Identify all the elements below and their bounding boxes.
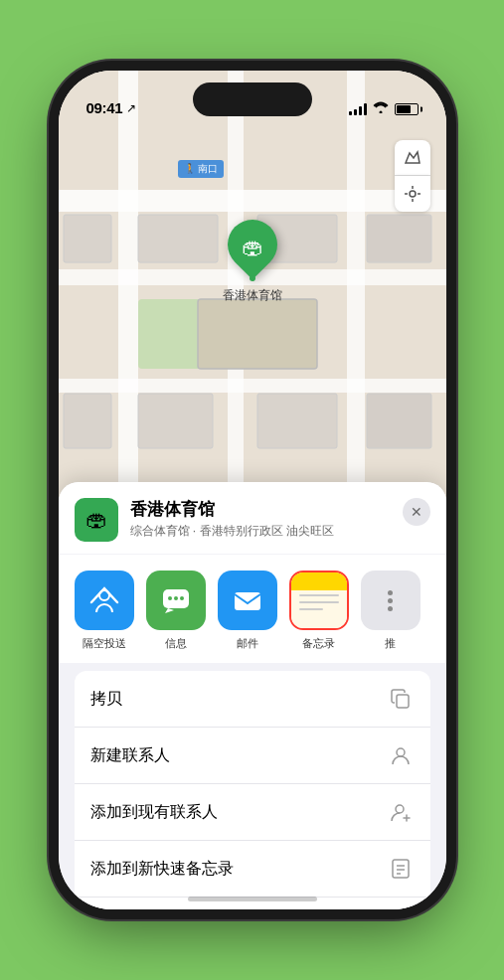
svg-rect-6	[347, 71, 365, 548]
mail-icon	[218, 571, 277, 630]
close-button[interactable]: ✕	[403, 498, 430, 526]
venue-logo: 🏟	[75, 498, 118, 542]
bottom-sheet: 🏟 香港体育馆 综合体育馆 · 香港特别行政区 油尖旺区 ✕	[59, 482, 446, 909]
add-existing-contact-icon	[387, 798, 415, 826]
more-label: 推	[385, 636, 396, 651]
action-list: 拷贝 新建联系人 添加到现有联系人	[75, 671, 430, 909]
phone-frame: 09:41 ↗	[59, 71, 446, 909]
map-controls	[395, 140, 430, 212]
copy-icon	[387, 685, 415, 713]
status-time: 09:41	[86, 99, 123, 116]
notes-label: 备忘录	[302, 636, 335, 651]
sheet-header: 🏟 香港体育馆 综合体育馆 · 香港特别行政区 油尖旺区 ✕	[59, 482, 446, 554]
airdrop-icon	[75, 571, 134, 630]
venue-subtitle: 综合体育馆 · 香港特别行政区 油尖旺区	[130, 523, 391, 540]
svg-rect-12	[138, 394, 213, 448]
svg-rect-29	[235, 592, 260, 610]
action-add-quick-note[interactable]: 添加到新快速备忘录	[75, 841, 430, 898]
share-item-mail[interactable]: 邮件	[218, 571, 277, 651]
wifi-icon	[373, 101, 389, 116]
share-item-more[interactable]: 推	[361, 571, 420, 651]
location-pin[interactable]: 🏟 香港体育馆	[223, 220, 282, 304]
action-add-existing-label: 添加到现有联系人	[90, 802, 218, 823]
svg-point-27	[174, 596, 178, 600]
svg-rect-11	[367, 215, 431, 262]
action-new-contact-label: 新建联系人	[90, 745, 170, 766]
svg-rect-17	[198, 299, 317, 369]
svg-point-19	[410, 191, 416, 197]
messages-label: 信息	[165, 636, 187, 651]
map-south-entrance-label: 🚶 南口	[178, 160, 225, 178]
dynamic-island	[193, 82, 312, 116]
svg-rect-13	[257, 394, 337, 448]
action-add-existing-contact[interactable]: 添加到现有联系人	[75, 784, 430, 841]
action-add-quick-note-label: 添加到新快速备忘录	[90, 859, 234, 880]
battery-icon	[395, 103, 419, 115]
share-actions-row: 隔空投送 信息	[59, 555, 446, 663]
location-button[interactable]	[395, 176, 430, 212]
svg-rect-4	[118, 71, 138, 548]
south-entrance-text: 🚶 南口	[184, 163, 219, 174]
svg-rect-16	[64, 394, 111, 448]
messages-icon	[146, 571, 206, 630]
svg-point-32	[396, 805, 404, 813]
action-new-contact[interactable]: 新建联系人	[75, 728, 430, 784]
notes-icon	[291, 572, 347, 628]
mail-label: 邮件	[237, 636, 258, 651]
home-indicator	[188, 897, 317, 901]
svg-rect-1	[59, 190, 446, 212]
svg-point-28	[180, 596, 184, 600]
venue-name: 香港体育馆	[130, 498, 391, 521]
svg-point-31	[397, 748, 405, 756]
svg-point-26	[168, 596, 172, 600]
signal-icon	[349, 103, 367, 115]
pin-label: 香港体育馆	[223, 287, 282, 304]
svg-marker-18	[406, 152, 420, 163]
svg-rect-30	[397, 695, 409, 708]
svg-rect-9	[138, 215, 218, 262]
map-type-button[interactable]	[395, 140, 430, 176]
map-area[interactable]: 🚶 南口 🏟 香港体育馆	[59, 71, 446, 548]
quick-note-icon	[387, 855, 415, 883]
svg-rect-14	[367, 394, 431, 448]
more-icon	[361, 571, 420, 630]
venue-info: 香港体育馆 综合体育馆 · 香港特别行政区 油尖旺区	[130, 498, 391, 540]
status-icons	[349, 101, 419, 116]
stadium-icon: 🏟	[242, 235, 263, 260]
new-contact-icon	[387, 741, 415, 769]
share-item-airdrop[interactable]: 隔空投送	[75, 571, 134, 651]
svg-rect-35	[393, 860, 409, 878]
share-item-messages[interactable]: 信息	[146, 571, 206, 651]
airdrop-label: 隔空投送	[83, 636, 126, 651]
svg-rect-15	[64, 215, 111, 262]
location-arrow-icon: ↗	[126, 101, 136, 115]
svg-rect-3	[59, 379, 446, 393]
share-item-notes[interactable]: 备忘录	[289, 571, 349, 651]
action-copy[interactable]: 拷贝	[75, 671, 430, 728]
action-copy-label: 拷贝	[90, 689, 122, 710]
